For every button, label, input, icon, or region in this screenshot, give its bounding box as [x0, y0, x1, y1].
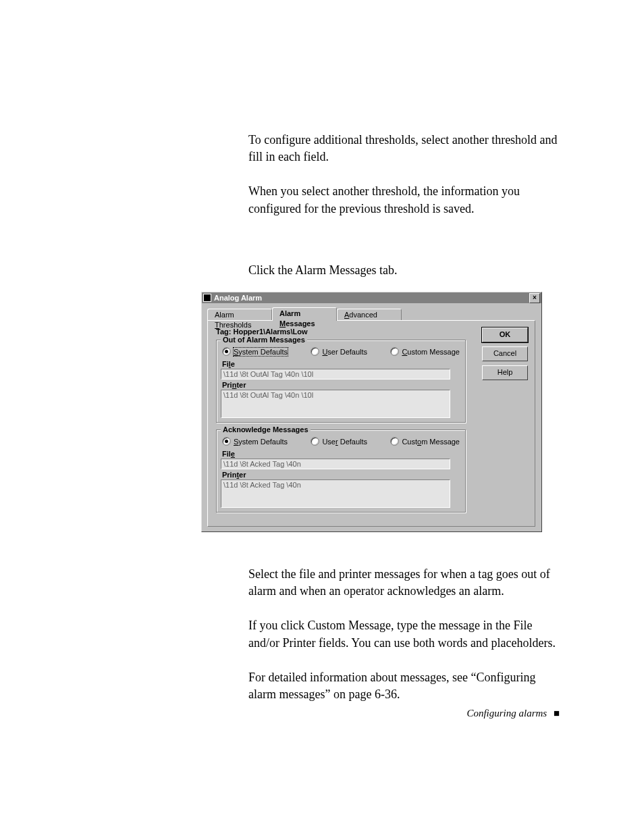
instruction-text: Click the Alarm Messages tab.: [248, 263, 560, 278]
radio-ack-user-defaults[interactable]: User Defaults: [311, 437, 367, 446]
ack-printer-field[interactable]: \11d \8t Acked Tag \40n: [221, 479, 450, 508]
paragraph-3: Select the file and printer messages for…: [248, 566, 560, 600]
window-title: Analog Alarm: [214, 294, 262, 302]
paragraph-5: For detailed information about messages,…: [248, 669, 560, 703]
group-legend: Out of Alarm Messages: [221, 336, 307, 344]
tab-alarm-thresholds[interactable]: Alarm Thresholds: [207, 309, 272, 321]
out-printer-label: Printer: [222, 381, 461, 389]
close-button[interactable]: ×: [529, 293, 540, 303]
radio-label: Custom Message: [402, 348, 460, 356]
system-menu-icon[interactable]: [203, 294, 211, 302]
after-dialog-text: Select the file and printer messages for…: [248, 566, 560, 721]
radio-label: System Defaults: [234, 348, 288, 356]
radio-dot-icon: [390, 437, 399, 446]
radio-out-custom-message[interactable]: Custom Message: [390, 347, 460, 356]
footer-marker-icon: ■: [554, 708, 560, 719]
titlebar[interactable]: Analog Alarm ×: [202, 292, 541, 303]
page-footer: Configuring alarms ■: [466, 708, 560, 719]
radio-dot-icon: [222, 347, 231, 356]
dialog-client: Alarm Thresholds Alarm Messages Advanced…: [202, 303, 541, 531]
radio-label: Custom Message: [402, 438, 460, 446]
tab-page: Tag: Hopper1\Alarms\Low Out of Alarm Mes…: [207, 320, 535, 527]
group-legend: Acknowledge Messages: [221, 425, 311, 434]
out-file-label: File: [222, 360, 461, 368]
tab-label: Alarm Messages: [279, 309, 315, 328]
tag-label: Tag:: [216, 328, 231, 336]
ack-printer-label: Printer: [222, 471, 461, 479]
radio-dot-icon: [311, 347, 319, 356]
radio-label: System Defaults: [234, 438, 288, 446]
radio-label: User Defaults: [322, 348, 367, 356]
radio-out-user-defaults[interactable]: User Defaults: [311, 347, 367, 356]
radio-out-system-defaults[interactable]: System Defaults: [222, 347, 288, 356]
radio-ack-custom-message[interactable]: Custom Message: [390, 437, 460, 446]
paragraph-4: If you click Custom Message, type the me…: [248, 617, 560, 651]
radio-dot-icon: [222, 437, 231, 446]
help-button[interactable]: Help: [482, 365, 528, 380]
tab-strip: Alarm Thresholds Alarm Messages Advanced: [207, 307, 536, 321]
button-column: OK Cancel Help: [482, 328, 528, 380]
radio-label: User Defaults: [322, 438, 367, 446]
paragraph-2: When you select another threshold, the i…: [248, 183, 560, 217]
radio-ack-system-defaults[interactable]: System Defaults: [222, 437, 288, 446]
out-file-field[interactable]: \11d \8t OutAl Tag \40n \10l: [221, 369, 450, 380]
ack-file-label: File: [222, 450, 461, 458]
tab-advanced[interactable]: Advanced: [337, 309, 402, 321]
out-of-alarm-group: Out of Alarm Messages System Defaults Us…: [216, 340, 466, 423]
cancel-button[interactable]: Cancel: [482, 346, 528, 361]
paragraph-1: To configure additional thresholds, sele…: [248, 132, 560, 165]
tab-alarm-messages[interactable]: Alarm Messages: [272, 307, 337, 321]
acknowledge-group: Acknowledge Messages System Defaults Use…: [216, 429, 466, 513]
page: To configure additional thresholds, sele…: [0, 0, 644, 834]
ack-file-field[interactable]: \11d \8t Acked Tag \40n: [221, 459, 450, 469]
radio-dot-icon: [311, 437, 319, 446]
radio-dot-icon: [390, 347, 399, 356]
footer-text: Configuring alarms: [466, 708, 547, 719]
out-printer-field[interactable]: \11d \8t OutAl Tag \40n \10l: [221, 390, 450, 418]
analog-alarm-dialog: Analog Alarm × Alarm Thresholds Alarm Me…: [201, 292, 542, 532]
ack-radio-row: System Defaults User Defaults Custom Mes…: [222, 437, 460, 446]
ok-button[interactable]: OK: [482, 328, 528, 342]
tab-label: Advanced: [344, 311, 377, 319]
out-radio-row: System Defaults User Defaults Custom Mes…: [222, 347, 460, 356]
